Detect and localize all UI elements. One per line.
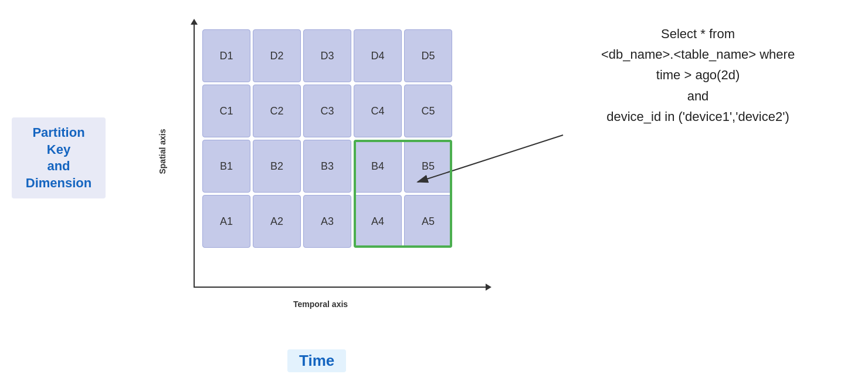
diagram-area: Spatial axis Temporal axis D1D2D3D4D5C1C… [158,18,510,317]
label-line1: Partition Key [32,125,84,157]
label-line2: and [47,159,70,173]
y-axis-label: Spatial axis [158,129,167,174]
x-axis [194,287,487,288]
y-axis [194,23,195,288]
x-axis-label: Temporal axis [293,299,348,309]
grid-cell: C3 [303,85,351,137]
grid-cell: D4 [354,29,402,82]
grid-cell: B4 [354,140,402,193]
grid-cell: A4 [354,195,402,248]
grid-cell: A5 [404,195,452,248]
grid-cell: C4 [354,85,402,137]
grid-cell: D5 [404,29,452,82]
grid-cell: C5 [404,85,452,137]
label-line3: Dimension [26,176,91,190]
partition-key-label: Partition Key and Dimension [12,117,106,198]
grid-container: D1D2D3D4D5C1C2C3C4C5B1B2B3B4B5A1A2A3A4A5 [202,29,452,248]
grid-cell: B1 [202,140,250,193]
page-container: Partition Key and Dimension Spatial axis… [0,0,868,384]
grid-cell: D3 [303,29,351,82]
grid-cell: B5 [404,140,452,193]
grid-cell: B3 [303,140,351,193]
grid-cell: B2 [253,140,301,193]
grid-cell: A2 [253,195,301,248]
sql-query-text: Select * from <db_name>.<table_name> whe… [545,23,850,127]
grid-cell: A3 [303,195,351,248]
grid-cell: A1 [202,195,250,248]
grid-cell: D2 [253,29,301,82]
grid-cell: C1 [202,85,250,137]
time-label: Time [287,349,346,372]
grid-cell: D1 [202,29,250,82]
grid-cell: C2 [253,85,301,137]
